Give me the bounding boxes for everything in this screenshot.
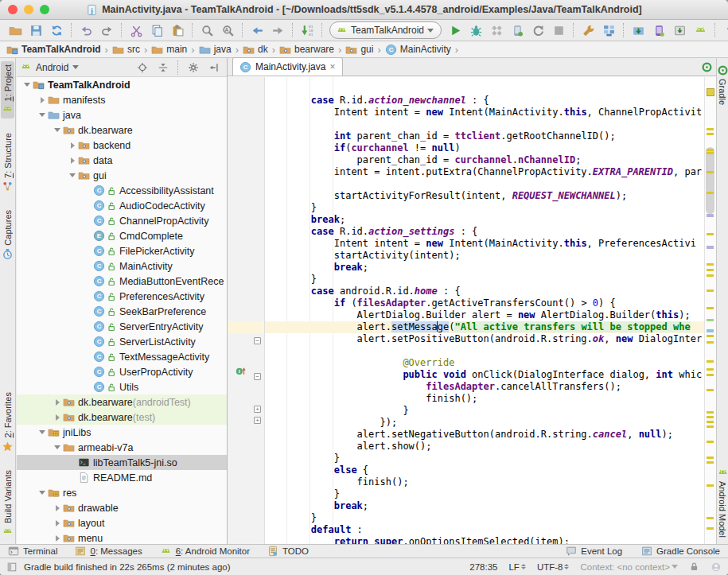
code-line[interactable]: public void onClick(DialogInterface dial… — [265, 369, 705, 381]
tree-item-menu[interactable]: menu — [17, 530, 227, 544]
error-stripe-mark[interactable] — [707, 425, 714, 428]
export-button[interactable]: 011001 — [297, 21, 317, 39]
paste-button[interactable] — [167, 21, 188, 39]
code-line[interactable]: break; — [265, 500, 705, 512]
forward-button[interactable] — [267, 21, 288, 39]
code-line[interactable]: @Override — [265, 357, 705, 369]
code-line[interactable]: alert.setPositiveButton(android.R.string… — [265, 333, 705, 345]
tool-window-button-todo[interactable]: TODO — [267, 546, 309, 557]
code-line[interactable]: break; — [265, 262, 705, 274]
tool-stripe-1-project[interactable]: 1: Project — [1, 61, 14, 118]
code-line[interactable]: return super.onOptionsItemSelected(item)… — [265, 536, 705, 544]
error-stripe-mark[interactable] — [707, 389, 714, 391]
debug-button[interactable] — [465, 21, 486, 39]
tree-item-filepickeractivity[interactable]: CFilePickerActivity — [17, 243, 227, 258]
chevron-expanded-icon[interactable] — [67, 173, 78, 177]
error-stripe-mark[interactable] — [707, 441, 714, 443]
tool-window-button-event-log[interactable]: Event Log — [566, 546, 622, 557]
code-line[interactable]: alert.show(); — [265, 441, 705, 453]
error-stripe-mark[interactable] — [707, 368, 714, 371]
tree-item-layout[interactable]: layout — [17, 515, 227, 530]
tool-window-button-gradle-console[interactable]: Gradle Console — [641, 546, 720, 557]
tree-item-drawable[interactable]: drawable — [17, 500, 227, 515]
line-ending-selector[interactable]: LF — [508, 562, 525, 572]
tree-item-serverentryactivity[interactable]: CServerEntryActivity — [17, 319, 227, 334]
tree-item-backend[interactable]: backend — [17, 138, 227, 153]
open-button[interactable] — [5, 21, 25, 39]
error-stripe-mark[interactable] — [707, 128, 714, 130]
lock-icon[interactable] — [689, 561, 699, 572]
tree-item-dk-bearware[interactable]: dk.bearware (androidTest) — [17, 394, 227, 410]
error-stripe-mark[interactable] — [707, 517, 714, 519]
code-line[interactable]: } — [265, 202, 705, 214]
tree-item-cmdcomplete[interactable]: ECmdComplete — [17, 228, 227, 243]
close-window-button[interactable] — [8, 5, 18, 14]
code-line[interactable]: }); — [265, 417, 705, 429]
android-button[interactable] — [690, 21, 710, 39]
tree-item-utils[interactable]: CUtils — [17, 379, 227, 394]
chevron-collapsed-icon[interactable] — [37, 97, 48, 103]
stop-button[interactable] — [548, 21, 569, 39]
chevron-expanded-icon[interactable] — [52, 128, 63, 132]
tree-item-textmessageactivity[interactable]: CTextMessageActivity — [17, 349, 227, 364]
error-stripe-mark[interactable] — [707, 335, 714, 337]
code-line[interactable] — [265, 178, 705, 190]
tree-item-serverlistactivity[interactable]: CServerListActivity — [17, 334, 227, 349]
tree-item-java[interactable]: java — [17, 107, 227, 122]
code-line[interactable]: startActivity(intent); — [265, 250, 705, 262]
error-stripe-mark[interactable] — [707, 152, 714, 154]
code-line[interactable]: finish(); — [265, 476, 705, 488]
cut-button[interactable] — [126, 21, 146, 39]
minimize-window-button[interactable] — [24, 5, 33, 14]
tree-item-audiocodecactivity[interactable]: CAudioCodecActivity — [17, 198, 227, 213]
code-line[interactable]: case R.id.action_newchannel : { — [265, 95, 705, 107]
close-tab-icon[interactable]: × — [329, 62, 335, 72]
restart-button[interactable] — [528, 21, 548, 39]
error-stripe-mark[interactable] — [707, 527, 714, 530]
tree-item-res[interactable]: res — [17, 485, 227, 500]
code-line[interactable]: case R.id.action_settings : { — [265, 226, 705, 238]
error-stripe-mark[interactable] — [707, 329, 714, 332]
tree-item-mainactivity[interactable]: CMainActivity — [17, 258, 227, 274]
tree-item-libteamtalk5-jni-so[interactable]: libTeamTalk5-jni.so — [17, 455, 227, 470]
caret-position[interactable]: 278:35 — [469, 562, 497, 572]
tree-item-accessibilityassistant[interactable]: CAccessibilityAssistant — [17, 183, 227, 198]
chevron-expanded-icon[interactable] — [37, 430, 48, 434]
tool-stripe-build-variants[interactable]: Build Variants — [1, 467, 14, 541]
help-button[interactable]: ? — [719, 21, 728, 39]
tree-item-preferencesactivity[interactable]: CPreferencesActivity — [17, 289, 227, 304]
code-line[interactable]: } — [265, 488, 705, 500]
encoding-selector[interactable]: UTF-8 — [537, 562, 570, 572]
zoom-window-button[interactable] — [40, 5, 49, 14]
tree-item-seekbarpreference[interactable]: CSeekBarPreference — [17, 304, 227, 319]
hector-inspector-icon[interactable] — [710, 561, 722, 573]
find-button[interactable] — [197, 21, 217, 39]
code-line[interactable]: Intent intent = new Intent(MainActivity.… — [265, 238, 705, 250]
breadcrumb-item-teamtalkandroid[interactable]: TeamTalkAndroid — [5, 44, 103, 56]
tree-item-jnilibs[interactable]: jniLibs — [17, 425, 227, 440]
code-line[interactable]: alert.setMessage("All active transfers w… — [265, 321, 705, 333]
code-line[interactable]: int parent_chan_id = ttclient.getRootCha… — [265, 130, 705, 142]
toggle-stripes-icon[interactable] — [6, 561, 18, 573]
run-configuration-selector[interactable]: TeamTalkAndroid — [329, 21, 442, 39]
code-line[interactable]: intent = intent.putExtra(ChannelPropActi… — [265, 166, 705, 178]
collapse-all-button[interactable] — [155, 59, 171, 76]
code-line[interactable]: startActivityForResult(intent, REQUEST_N… — [265, 190, 705, 202]
sdk-manager-button[interactable] — [628, 21, 648, 39]
project-view-selector[interactable]: Android — [20, 61, 134, 73]
editor-body[interactable]: −−++I case R.id.action_newchannel : { In… — [228, 77, 716, 544]
breadcrumb-item-gui[interactable]: gui — [344, 44, 375, 56]
code-line[interactable]: break; — [265, 214, 705, 226]
code-line[interactable]: } — [265, 512, 705, 524]
chevron-collapsed-icon[interactable] — [67, 157, 78, 164]
error-stripe-mark[interactable] — [707, 484, 714, 487]
error-stripe-mark[interactable] — [707, 214, 714, 217]
tool-window-button-terminal[interactable]: Terminal — [8, 546, 57, 557]
breadcrumb-item-mainactivity[interactable]: CMainActivity — [383, 44, 453, 56]
error-stripe-mark[interactable] — [707, 192, 714, 194]
avd-manager-button[interactable] — [578, 21, 598, 39]
fold-expand-icon[interactable]: + — [254, 406, 261, 413]
copy-button[interactable] — [146, 21, 167, 39]
code-line[interactable]: if(curchannel != null) — [265, 142, 705, 154]
error-stripe-mark[interactable] — [707, 457, 714, 459]
